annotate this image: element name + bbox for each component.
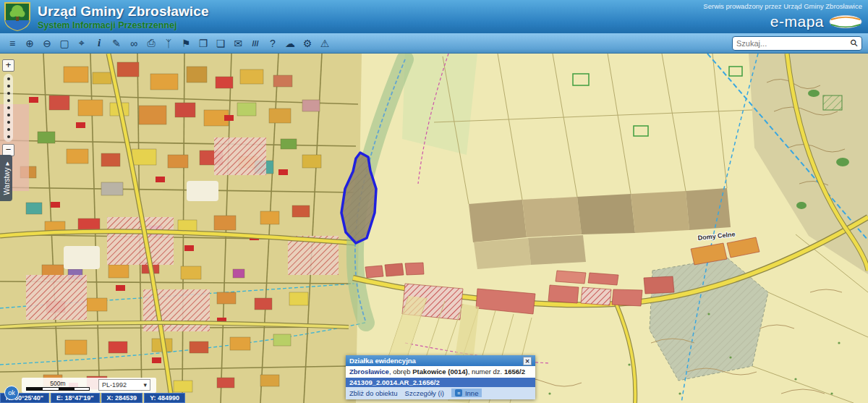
hatch-measure-icon[interactable]: /// (247, 35, 264, 51)
zoom-in-icon[interactable]: ⊕ (21, 35, 38, 51)
zoom-step-dot[interactable] (7, 85, 10, 88)
geoportal-logo (829, 15, 862, 28)
zoom-panel: + − (2, 59, 14, 156)
alerts-icon[interactable]: ⚠ (316, 35, 333, 51)
cloud-icon[interactable]: ☁ (281, 35, 299, 51)
layers-icon[interactable]: ≡ (4, 35, 21, 51)
scale-widget: 500m (26, 380, 90, 391)
municipality-crest-logo (4, 1, 31, 32)
zoom-step-dot[interactable] (7, 92, 10, 95)
parcel-obreb: Ptakowice (0014) (412, 368, 468, 376)
link-icon[interactable]: ∞ (125, 35, 142, 51)
search-box[interactable]: ⚲ (732, 36, 862, 51)
parcel-description: Zbrosławice, obręb Ptakowice (0014), num… (346, 366, 535, 378)
zoom-step-dot[interactable] (7, 99, 10, 102)
coord-x: X: 284539 (101, 393, 143, 403)
zoom-step-dot[interactable] (7, 128, 10, 131)
print-icon[interactable]: ⎙ (142, 35, 160, 51)
layers-tab-label: Warstwy (2, 167, 10, 195)
map-viewport[interactable]: Domy Celne + − Warstwy ▸ (0, 54, 868, 403)
toolbar: ≡ ⊕ ⊖ ▢ ⌖ i ✎ ∞ ⎙ ᛉ ⚑ ❐ ❏ ✉ /// ? ☁ ⚙ ⚠ … (0, 33, 868, 54)
inne-icon: ≡ (455, 389, 462, 396)
settings-icon[interactable]: ⚙ (299, 35, 316, 51)
projection-value: PL-1992 (102, 381, 127, 389)
zoom-to-object-link[interactable]: Zbliż do obiektu (349, 389, 398, 397)
scale-bar (26, 387, 90, 391)
zoom-step-dot[interactable] (7, 77, 10, 80)
zoom-step-dot[interactable] (7, 114, 10, 116)
popup-title: Działka ewidencyjna (349, 357, 416, 365)
marker-icon[interactable]: ⚑ (177, 35, 195, 51)
details-link[interactable]: Szczegóły (i) (405, 389, 444, 397)
search-icon[interactable]: ⚲ (848, 37, 861, 49)
zoom-in-button[interactable]: + (2, 59, 14, 72)
popup-header: Działka ewidencyjna ✕ (346, 355, 535, 366)
search-input[interactable] (736, 39, 851, 48)
scale-panel: 500m PL-1992 ▾ (22, 378, 156, 393)
close-icon[interactable]: ✕ (523, 357, 532, 365)
street-view-icon[interactable]: ᛉ (160, 35, 177, 51)
measure-icon[interactable]: ✎ (108, 35, 125, 51)
page-subtitle: System Informacji Przestrzennej (38, 20, 209, 30)
coordinate-readout: N: 50°25'40" E: 18°47'19" X: 284539 Y: 4… (0, 393, 185, 403)
info-icon[interactable]: i (90, 35, 108, 51)
zoom-step-dot[interactable] (7, 121, 10, 124)
chevron-down-icon: ▾ (143, 381, 147, 389)
map-canvas[interactable]: Domy Celne (0, 54, 868, 403)
parcel-number: 1656/2 (504, 368, 525, 376)
emapa-brand: e-mapa (770, 13, 824, 30)
parcel-sep2: , numer dz. (468, 368, 504, 376)
parcel-identifier-row[interactable]: 241309_2.0014.AR_2.1656/2 (346, 378, 535, 387)
other-actions-button[interactable]: ≡ Inne (451, 389, 482, 397)
projection-select[interactable]: PL-1992 ▾ (98, 379, 150, 391)
title-block: Urząd Gminy Zbrosławice System Informacj… (38, 4, 209, 30)
layers-panel-tab[interactable]: Warstwy ▸ (0, 155, 12, 201)
select-area-icon[interactable]: ▢ (56, 35, 73, 51)
page-title: Urząd Gminy Zbrosławice (38, 4, 209, 20)
pan-center-icon[interactable]: ⌖ (73, 35, 90, 51)
service-note: Serwis prowadzony przez Urząd Gminy Zbro… (703, 2, 862, 10)
parcel-info-popup: Działka ewidencyjna ✕ Zbrosławice, obręb… (346, 355, 535, 399)
zoom-slider[interactable] (4, 74, 13, 142)
inne-label: Inne (465, 389, 479, 397)
scale-label: 500m (50, 380, 65, 387)
header: Urząd Gminy Zbrosławice System Informacj… (0, 0, 868, 33)
ok-attribution-badge[interactable]: ok (4, 386, 19, 400)
help-icon[interactable]: ? (264, 35, 281, 51)
zoom-step-dot[interactable] (7, 106, 10, 109)
chevron-expand-icon: ▸ (2, 161, 10, 165)
gallery-icon[interactable]: ❏ (212, 35, 229, 51)
header-right: Serwis prowadzony przez Urząd Gminy Zbro… (703, 2, 862, 30)
parcel-sep: , obręb (389, 368, 412, 376)
parcel-town: Zbrosławice (349, 368, 389, 376)
coord-y: Y: 484990 (144, 393, 185, 403)
coord-longitude: E: 18°47'19" (51, 393, 100, 403)
geoportal-app: Urząd Gminy Zbrosławice System Informacj… (0, 0, 868, 403)
zoom-step-dot[interactable] (7, 135, 10, 138)
message-icon[interactable]: ✉ (229, 35, 247, 51)
popup-actions: Zbliż do obiektu Szczegóły (i) ≡ Inne (346, 387, 535, 399)
copy-view-icon[interactable]: ❐ (195, 35, 212, 51)
zoom-out-icon[interactable]: ⊖ (38, 35, 56, 51)
